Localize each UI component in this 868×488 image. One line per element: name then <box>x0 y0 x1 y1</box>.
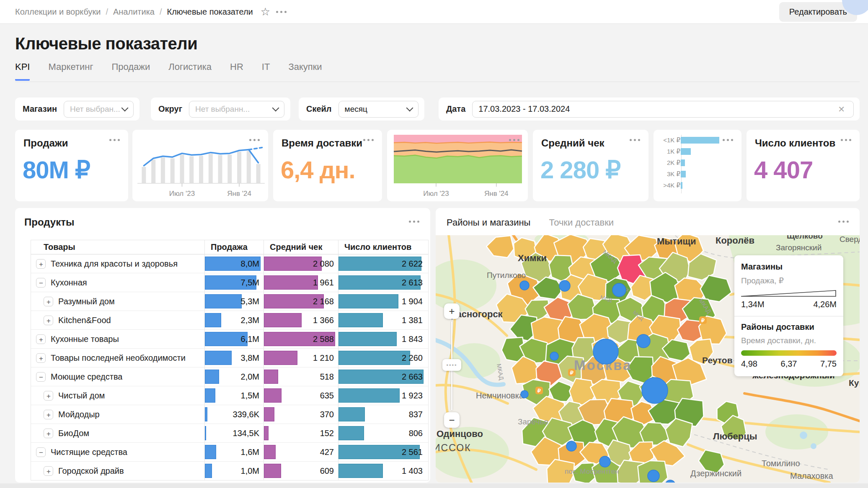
map-zoom-out-button[interactable]: − <box>444 412 460 428</box>
map-zoom-handle[interactable]: •••• <box>442 359 461 371</box>
svg-text:Мытищи: Мытищи <box>657 236 696 247</box>
collapse-button[interactable]: − <box>36 447 46 457</box>
svg-text:пос. Мосрентген: пос. Мосрентген <box>565 467 619 475</box>
kpi-delivery-value: 6,4 дн. <box>281 156 355 184</box>
card-menu-dots-icon[interactable] <box>106 136 123 144</box>
filter-district-value: Нет выбранн... <box>195 105 250 114</box>
value-label: 8,0M <box>241 259 259 269</box>
filter-shop-label: Магазин <box>23 104 57 114</box>
legend-scale-min: 4,98 <box>741 359 757 369</box>
table-row: −Кухонная7,5M1 9612 613 <box>31 273 428 292</box>
product-name: Моющие средства <box>51 372 122 382</box>
tab-закупки[interactable]: Закупки <box>288 62 322 81</box>
map-panel: Районы и магазиныТочки доставки ₽₽₽Химки… <box>436 208 860 483</box>
column-header[interactable]: Товары <box>31 240 205 254</box>
chevron-down-icon <box>121 105 129 112</box>
product-name: Чистящие средства <box>51 447 127 457</box>
filter-scale-select[interactable]: месяц <box>338 101 418 118</box>
column-header[interactable]: Число клиентов <box>338 240 427 254</box>
kpi-sales-value: 80М ₽ <box>23 156 90 184</box>
favorite-star-icon[interactable]: ☆ <box>261 6 270 17</box>
tab-it[interactable]: IT <box>262 62 270 81</box>
value-bar <box>264 426 269 440</box>
check-dist-bar <box>681 148 691 155</box>
expand-button[interactable]: + <box>36 259 46 269</box>
check-dist-label: >4K ₽ <box>657 182 680 189</box>
value-label: 2,3M <box>241 316 259 325</box>
product-name: Мойдодыр <box>58 410 100 419</box>
value-label: 370 <box>320 410 334 419</box>
value-label: 2 588 <box>313 334 334 344</box>
tab-kpi[interactable]: KPI <box>15 62 30 81</box>
legend-shops-title: Магазины <box>741 262 837 272</box>
kpi-clients-title: Число клиентов <box>755 137 835 149</box>
card-menu-dots-icon[interactable] <box>626 136 643 144</box>
tab-маркетинг[interactable]: Маркетинг <box>48 62 93 81</box>
tab-hr[interactable]: HR <box>230 62 243 81</box>
collapse-button[interactable]: − <box>36 372 46 382</box>
value-label: 2 663 <box>402 372 423 382</box>
breadcrumb-analytics[interactable]: Аналитика <box>113 7 155 17</box>
svg-text:₽: ₽ <box>701 317 705 324</box>
value-bar <box>264 370 278 384</box>
expand-button[interactable]: + <box>44 410 53 419</box>
expand-button[interactable]: + <box>44 429 53 438</box>
card-menu-dots-icon[interactable] <box>246 136 263 144</box>
table-row: +Городской драйв1,0M6091 403 <box>31 462 428 480</box>
expand-button[interactable]: + <box>44 297 53 306</box>
filter-shop-value: Нет выбран... <box>70 105 120 114</box>
kpi-card-sales-trend: Июл '23Янв '24 <box>132 130 268 201</box>
value-label: 1,5M <box>241 391 259 401</box>
card-menu-dots-icon[interactable] <box>360 136 377 144</box>
tab-продажи[interactable]: Продажи <box>111 62 150 81</box>
table-row: +БиоДом134,5K152806 <box>31 424 428 443</box>
filter-district-label: Округ <box>158 104 182 114</box>
svg-text:Янв '24: Янв '24 <box>484 190 509 198</box>
kpi-delivery-title: Время доставки <box>282 137 362 149</box>
value-bar <box>264 275 318 290</box>
page-menu-dots-icon[interactable] <box>273 8 290 16</box>
check-dist-bar <box>681 137 719 144</box>
filter-scale: Скейл месяц <box>299 98 424 121</box>
collapse-button[interactable]: − <box>36 278 46 288</box>
card-menu-dots-icon[interactable] <box>837 136 855 144</box>
check-dist-row: 2K ₽ <box>657 159 736 167</box>
column-header[interactable]: Средний чек <box>264 240 338 254</box>
breadcrumb-collections[interactable]: Коллекции и воркбуки <box>15 7 101 17</box>
clear-date-icon[interactable]: ✕ <box>835 103 847 115</box>
map-zoom-in-button[interactable]: + <box>444 303 460 319</box>
check-dist-row: 3K ₽ <box>657 170 736 178</box>
filter-district-select[interactable]: Нет выбранн... <box>189 101 284 118</box>
map-tab-districts-shops[interactable]: Районы и магазины <box>447 217 530 228</box>
expand-button[interactable]: + <box>44 391 53 401</box>
map-tab-delivery-points[interactable]: Точки доставки <box>549 217 614 228</box>
expand-button[interactable]: + <box>36 353 46 363</box>
filter-district: Округ Нет выбранн... <box>151 98 290 121</box>
expand-button[interactable]: + <box>44 466 53 476</box>
expand-button[interactable]: + <box>36 334 46 344</box>
table-row: +Кухонные товары6,1M2 5881 843 <box>31 330 428 349</box>
column-header[interactable]: Продажа <box>205 240 264 254</box>
date-range-input[interactable]: 17.03.2023 - 17.03.2024 ✕ <box>472 101 854 118</box>
card-menu-dots-icon[interactable] <box>406 217 423 226</box>
breadcrumb-separator: / <box>106 7 108 17</box>
filter-shop-select[interactable]: Нет выбран... <box>64 101 134 118</box>
expand-button[interactable]: + <box>44 316 53 325</box>
card-menu-dots-icon[interactable] <box>835 217 852 226</box>
value-label: 3,8M <box>241 353 259 363</box>
svg-text:₽: ₽ <box>537 388 541 394</box>
breadcrumb-separator: / <box>160 7 162 17</box>
kpi-card-sales: Продажи 80М ₽ <box>15 130 128 201</box>
check-dist-row: <1K ₽ <box>657 136 736 144</box>
card-menu-dots-icon[interactable] <box>506 136 523 144</box>
svg-text:Королёв: Королёв <box>716 235 754 246</box>
tab-логистика[interactable]: Логистика <box>168 62 212 81</box>
value-label: 2 260 <box>402 353 423 363</box>
table-row: +Мойдодыр339,6K370837 <box>31 405 428 424</box>
map-canvas[interactable]: ₽₽₽ХимкиПутилковоМытищиКоролёвЗагорянски… <box>436 235 860 483</box>
filter-date-label: Дата <box>446 104 465 114</box>
table-row: +Разумный дом5,3M2 1681 904 <box>31 292 428 311</box>
value-bar <box>205 464 212 478</box>
svg-text:ИССОК: ИССОК <box>436 442 471 453</box>
svg-text:Малаховка: Малаховка <box>790 471 834 480</box>
